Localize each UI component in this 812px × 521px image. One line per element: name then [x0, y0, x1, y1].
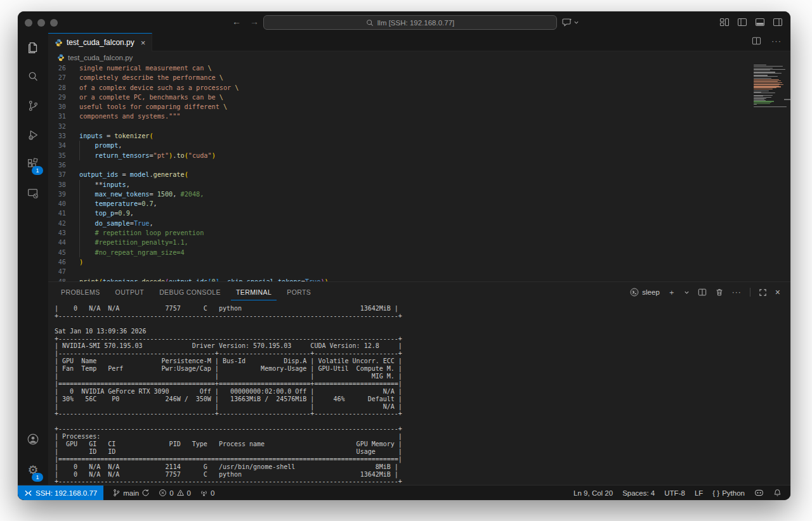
command-center[interactable]: llm [SSH: 192.168.0.77]	[263, 15, 557, 30]
terminal-dropdown-chevron-icon[interactable]	[684, 290, 690, 295]
zoom-window-button[interactable]	[50, 19, 58, 27]
chevron-down-icon	[573, 20, 579, 25]
encoding-indicator[interactable]: UTF-8	[664, 489, 685, 497]
warning-icon	[176, 489, 185, 497]
close-panel-icon[interactable]: ×	[775, 287, 780, 297]
breadcrumb[interactable]: test_cuda_falcon.py	[48, 51, 133, 63]
panel-tabs: PROBLEMSOUTPUTDEBUG CONSOLETERMINALPORTS	[48, 285, 316, 300]
toggle-panel-icon[interactable]	[755, 17, 765, 27]
code-line[interactable]: 48print(tokenizer.decode(output_ids[0], …	[48, 277, 790, 281]
customize-layout-icon[interactable]	[719, 17, 730, 27]
error-icon	[159, 489, 167, 497]
minimap[interactable]	[754, 65, 790, 108]
eol-indicator[interactable]: LF	[695, 489, 703, 497]
breadcrumb-file: test_cuda_falcon.py	[68, 54, 133, 61]
code-line[interactable]: 31components and systems."""	[48, 112, 790, 121]
code-line[interactable]: 34 prompt,	[48, 141, 790, 150]
divider	[750, 288, 750, 297]
line-number: 34	[48, 141, 66, 150]
minimap-line	[754, 79, 779, 80]
code-editor[interactable]: 26single numerical measurement can \27co…	[48, 63, 790, 281]
problems-indicator[interactable]: 0 0	[159, 489, 191, 497]
code-line[interactable]: 47	[48, 267, 790, 276]
language-indicator[interactable]: { } Python	[712, 489, 745, 497]
code-line[interactable]: 41 top_p=0.9,	[48, 209, 790, 218]
panel-tab-terminal[interactable]: TERMINAL	[231, 285, 277, 300]
bottom-panel: PROBLEMSOUTPUTDEBUG CONSOLETERMINALPORTS…	[48, 281, 790, 486]
bell-icon[interactable]	[773, 489, 782, 497]
new-terminal-icon[interactable]: ＋	[668, 287, 676, 298]
code-line[interactable]: 40 temperature=0.7,	[48, 199, 790, 209]
panel-tab-output[interactable]: OUTPUT	[110, 285, 150, 300]
code-line[interactable]: 43 # repetition loop prevention	[48, 228, 790, 238]
line-number: 46	[48, 257, 66, 267]
toggle-primary-sidebar-icon[interactable]	[737, 17, 747, 27]
sidebar-item-source-control[interactable]	[18, 91, 48, 120]
code-line[interactable]: 37output_ids = model.generate(	[48, 170, 790, 179]
copilot-icon[interactable]	[754, 489, 764, 497]
code-line[interactable]: 26single numerical measurement can \	[48, 63, 790, 73]
minimap-line	[754, 89, 773, 89]
code-line[interactable]: 29or a complete PC, benchmarks can be \	[48, 93, 790, 102]
sidebar-item-run-debug[interactable]	[18, 120, 48, 150]
error-count: 0	[169, 489, 173, 497]
terminal-line: | 30% 56C P0 246W / 350W | 13663MiB / 24…	[55, 396, 784, 403]
settings-button[interactable]: ⚙ 1	[18, 454, 48, 486]
line-number: 36	[48, 160, 66, 170]
tab-test-cuda-falcon[interactable]: test_cuda_falcon.py ×	[48, 33, 152, 51]
minimap-line	[754, 70, 770, 70]
kill-terminal-trash-icon[interactable]	[715, 288, 724, 297]
code-line[interactable]: 33inputs = tokenizer(	[48, 131, 790, 141]
terminal-process-icon	[630, 288, 639, 297]
terminal-output[interactable]: | 0 N/A N/A 7757 C python 13642MiB |+---…	[55, 305, 784, 485]
panel-tab-problems[interactable]: PROBLEMS	[56, 285, 105, 300]
ports-indicator[interactable]: 0	[200, 489, 214, 497]
code-line[interactable]: 27completely describe the performance \	[48, 73, 790, 82]
tab-close-icon[interactable]: ×	[141, 38, 146, 48]
sidebar-item-explorer[interactable]	[18, 33, 48, 62]
code-line[interactable]: 30useful tools for comparing different \	[48, 102, 790, 112]
history-forward-button[interactable]: →	[249, 16, 260, 27]
sidebar-item-extensions[interactable]: 1	[18, 150, 48, 179]
code-line[interactable]: 38 **inputs,	[48, 180, 790, 190]
overview-ruler-cursor-marker	[784, 99, 790, 100]
terminal-line: +---------------------------------------…	[55, 335, 784, 343]
terminal-line: |=======================================…	[55, 456, 784, 463]
terminal-lines: | 0 N/A N/A 7757 C python 13642MiB |+---…	[55, 305, 784, 485]
indentation-indicator[interactable]: Spaces: 4	[622, 489, 655, 497]
code-line[interactable]: 44 #repetition_penalty=1.1,	[48, 238, 790, 247]
sidebar-item-search[interactable]	[18, 62, 48, 91]
sidebar-item-remote-explorer[interactable]	[18, 179, 48, 208]
history-back-button[interactable]: ←	[231, 16, 242, 27]
line-number: 45	[48, 248, 66, 257]
close-window-button[interactable]	[25, 19, 32, 27]
line-number: 33	[48, 131, 66, 141]
cursor-position[interactable]: Ln 9, Col 20	[573, 489, 613, 497]
code-line[interactable]: 32	[48, 122, 790, 131]
remote-indicator[interactable]: SSH: 192.168.0.77	[18, 486, 103, 500]
split-editor-icon[interactable]	[752, 36, 761, 46]
account-button[interactable]	[18, 425, 48, 454]
remote-icon	[24, 489, 32, 497]
code-line[interactable]: 28of a complex device such as a processo…	[48, 83, 790, 93]
panel-more-actions-icon[interactable]: ···	[732, 288, 742, 297]
toggle-secondary-sidebar-icon[interactable]	[773, 17, 783, 27]
code-line[interactable]: 42 do_sample=True,	[48, 219, 790, 228]
warning-count: 0	[187, 489, 191, 497]
code-line[interactable]: 45 #no_repeat_ngram_size=4	[48, 248, 790, 257]
code-line[interactable]: 39 max_new_tokens= 1500, #2048,	[48, 190, 790, 199]
branch-indicator[interactable]: main	[112, 489, 150, 497]
maximize-panel-icon[interactable]	[759, 288, 767, 297]
code-line[interactable]: 36	[48, 160, 790, 170]
minimize-window-button[interactable]	[37, 19, 45, 27]
copilot-chat-button[interactable]	[562, 17, 579, 27]
code-line[interactable]: 46)	[48, 257, 790, 267]
editor-more-actions-icon[interactable]: ···	[771, 36, 782, 46]
files-icon	[26, 41, 40, 55]
radio-tower-icon	[200, 489, 208, 497]
panel-tab-debug-console[interactable]: DEBUG CONSOLE	[154, 285, 226, 300]
terminal-selector[interactable]: sleep	[630, 288, 660, 297]
code-line[interactable]: 35 return_tensors="pt").to("cuda")	[48, 151, 790, 160]
panel-tab-ports[interactable]: PORTS	[282, 285, 316, 300]
split-terminal-icon[interactable]	[698, 288, 707, 297]
